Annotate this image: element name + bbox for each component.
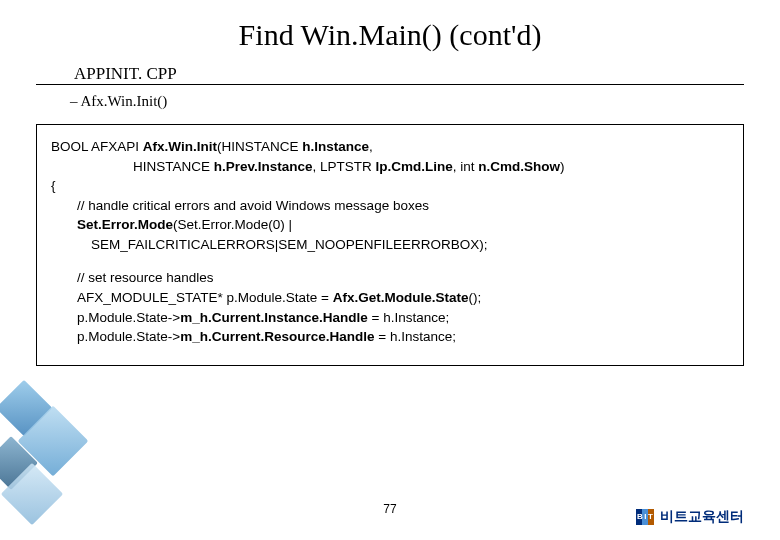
code-text: p.Module.State-> <box>77 329 180 344</box>
code-comment: // handle critical errors and avoid Wind… <box>51 196 729 216</box>
slide-title: Find Win.Main() (cont'd) <box>0 0 780 64</box>
code-bold: lp.Cmd.Line <box>376 159 453 174</box>
brand: BIT 비트교육센터 <box>636 508 744 526</box>
brand-text: 비트교육센터 <box>660 508 744 526</box>
code-bold: h.Prev.Instance <box>214 159 313 174</box>
code-line: BOOL AFXAPI Afx.Win.Init(HINSTANCE h.Ins… <box>51 137 729 157</box>
code-comment: // set resource handles <box>51 268 729 288</box>
code-line: SEM_FAILCRITICALERRORS|SEM_NOOPENFILEERR… <box>51 235 729 255</box>
code-text: AFX_MODULE_STATE* p.Module.State = <box>77 290 333 305</box>
code-block: BOOL AFXAPI Afx.Win.Init(HINSTANCE h.Ins… <box>36 124 744 366</box>
code-text: (HINSTANCE <box>217 139 302 154</box>
deco-square-icon <box>0 380 52 437</box>
deco-square-icon <box>0 436 38 490</box>
code-text: HINSTANCE <box>133 159 214 174</box>
code-bold: m_h.Current.Instance.Handle <box>180 310 368 325</box>
code-text: , int <box>453 159 479 174</box>
code-line: HINSTANCE h.Prev.Instance, LPTSTR lp.Cmd… <box>51 157 729 177</box>
code-line: AFX_MODULE_STATE* p.Module.State = Afx.G… <box>51 288 729 308</box>
code-text: BOOL AFXAPI <box>51 139 143 154</box>
decorative-squares <box>0 360 110 520</box>
code-text: = h.Instance; <box>368 310 449 325</box>
code-bold: Afx.Get.Module.State <box>333 290 469 305</box>
deco-square-icon <box>18 406 89 477</box>
footer: 77 BIT 비트교육센터 <box>0 502 780 526</box>
code-line: p.Module.State->m_h.Current.Resource.Han… <box>51 327 729 347</box>
code-line: p.Module.State->m_h.Current.Instance.Han… <box>51 308 729 328</box>
code-bold: h.Instance <box>302 139 369 154</box>
slide: Find Win.Main() (cont'd) APPINIT. CPP – … <box>0 0 780 540</box>
code-bold: Set.Error.Mode <box>77 217 173 232</box>
brand-logo-letters: BIT <box>637 512 654 521</box>
brand-logo-icon: BIT <box>636 509 656 525</box>
function-subitem: – Afx.Win.Init() <box>0 93 780 110</box>
code-text: ) <box>560 159 565 174</box>
code-text: , LPTSTR <box>313 159 376 174</box>
code-text: (); <box>469 290 482 305</box>
code-text: , <box>369 139 373 154</box>
code-bold: n.Cmd.Show <box>478 159 560 174</box>
code-text: (Set.Error.Mode(0) | <box>173 217 292 232</box>
code-bold: m_h.Current.Resource.Handle <box>180 329 374 344</box>
file-heading: APPINIT. CPP <box>36 64 744 85</box>
code-bold: Afx.Win.Init <box>143 139 217 154</box>
blank-line <box>51 254 729 268</box>
page-number: 77 <box>383 502 396 516</box>
code-line: Set.Error.Mode(Set.Error.Mode(0) | <box>51 215 729 235</box>
code-text: = h.Instance; <box>375 329 456 344</box>
code-text: p.Module.State-> <box>77 310 180 325</box>
code-line: { <box>51 176 729 196</box>
